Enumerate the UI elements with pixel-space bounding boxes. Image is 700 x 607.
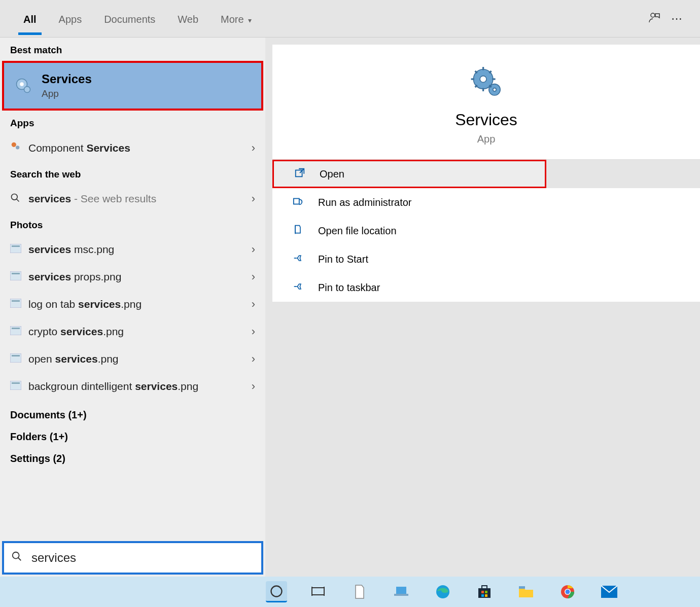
search-box[interactable] <box>2 541 263 575</box>
svg-rect-16 <box>10 353 21 363</box>
detail-subtitle: App <box>272 133 700 145</box>
chevron-right-icon: › <box>252 243 255 256</box>
taskbar-app-edge-icon[interactable] <box>432 581 453 602</box>
svg-rect-47 <box>481 591 484 593</box>
taskbar-app-document-icon[interactable] <box>349 581 370 602</box>
svg-rect-46 <box>482 586 487 589</box>
detail-panel: Services App Open Run as administrator <box>265 38 700 577</box>
result-photo-4[interactable]: open services.png › <box>0 345 265 373</box>
gear-icon <box>12 75 34 97</box>
action-pin-to-start[interactable]: Pin to Start <box>272 245 700 273</box>
svg-point-25 <box>493 88 496 91</box>
svg-rect-12 <box>10 299 21 308</box>
chevron-right-icon: › <box>252 298 255 311</box>
svg-rect-15 <box>12 328 20 329</box>
tab-documents[interactable]: Documents <box>93 3 166 34</box>
taskbar-app-chrome-icon[interactable] <box>557 581 578 602</box>
svg-rect-42 <box>396 587 406 594</box>
svg-rect-49 <box>481 594 484 597</box>
chevron-right-icon: › <box>252 325 255 338</box>
action-pin-to-taskbar[interactable]: Pin to taskbar <box>272 273 700 302</box>
image-file-icon <box>10 271 28 283</box>
image-file-icon <box>10 353 28 365</box>
taskbar-app-laptop-icon[interactable] <box>391 581 412 602</box>
search-input[interactable] <box>31 551 254 565</box>
chevron-right-icon: › <box>252 352 255 366</box>
search-icon <box>11 551 22 565</box>
image-file-icon <box>10 326 28 338</box>
svg-rect-14 <box>10 326 21 335</box>
taskbar-app-explorer-icon[interactable] <box>515 581 537 602</box>
result-photo-3[interactable]: crypto services.png › <box>0 318 265 345</box>
feedback-icon[interactable] <box>643 11 666 26</box>
svg-line-7 <box>17 199 19 201</box>
image-file-icon <box>10 381 28 392</box>
action-open-file-location[interactable]: Open file location <box>272 217 700 245</box>
section-folders[interactable]: Folders (1+) <box>10 426 255 448</box>
svg-rect-18 <box>10 381 21 390</box>
chevron-right-icon: › <box>252 380 255 393</box>
chevron-right-icon: › <box>252 192 255 205</box>
chevron-right-icon: › <box>252 270 255 283</box>
svg-rect-9 <box>12 245 20 247</box>
svg-point-38 <box>271 586 282 596</box>
chevron-right-icon: › <box>252 141 255 155</box>
section-best-match: Best match <box>0 38 265 61</box>
result-photo-5[interactable]: backgroun dintelligent services.png › <box>0 373 265 400</box>
taskbar-app-store-icon[interactable] <box>474 581 495 602</box>
section-documents[interactable]: Documents (1+) <box>10 404 255 426</box>
result-photo-0[interactable]: services msc.png › <box>0 236 265 263</box>
section-photos: Photos <box>0 212 265 236</box>
best-match-result[interactable]: Services App <box>2 61 263 111</box>
image-file-icon <box>10 299 28 310</box>
svg-point-0 <box>651 13 655 17</box>
svg-rect-51 <box>519 586 525 589</box>
section-search-web: Search the web <box>0 162 265 185</box>
action-open[interactable]: Open <box>272 160 546 188</box>
svg-point-5 <box>16 146 19 149</box>
result-photo-2[interactable]: log on tab services.png › <box>0 291 265 318</box>
svg-rect-50 <box>485 594 487 597</box>
svg-point-3 <box>24 87 30 93</box>
svg-point-54 <box>566 590 570 594</box>
result-photo-1[interactable]: services props.png › <box>0 263 265 291</box>
svg-rect-13 <box>12 300 20 302</box>
results-panel: Best match Services App Apps Component S… <box>0 38 265 577</box>
svg-rect-39 <box>312 588 324 595</box>
tab-web[interactable]: Web <box>166 3 209 34</box>
svg-point-6 <box>12 194 18 200</box>
gear-icon <box>272 63 700 105</box>
tab-apps[interactable]: Apps <box>48 3 93 34</box>
detail-card: Services App <box>272 45 700 159</box>
action-run-as-admin[interactable]: Run as administrator <box>272 188 700 217</box>
svg-rect-17 <box>12 355 20 356</box>
pin-icon <box>293 253 318 266</box>
result-web-services[interactable]: services - See web results › <box>0 185 265 212</box>
section-settings[interactable]: Settings (2) <box>10 448 255 470</box>
taskbar-cortana-icon[interactable] <box>266 581 287 602</box>
result-app-component-services[interactable]: Component Services › <box>0 134 265 162</box>
search-icon <box>10 193 28 205</box>
taskbar-taskview-icon[interactable] <box>307 581 329 602</box>
open-icon <box>294 167 320 181</box>
svg-rect-8 <box>10 244 21 253</box>
detail-title: Services <box>272 111 700 129</box>
more-options-icon[interactable]: ⋯ <box>666 12 688 25</box>
svg-line-21 <box>18 558 21 561</box>
shield-icon <box>293 196 318 209</box>
image-file-icon <box>10 244 28 256</box>
taskbar-app-mail-icon[interactable] <box>599 581 620 602</box>
svg-point-2 <box>20 82 24 86</box>
tab-more[interactable]: More▾ <box>209 3 263 34</box>
tab-all[interactable]: All <box>12 3 48 34</box>
svg-rect-11 <box>12 273 20 274</box>
chevron-down-icon: ▾ <box>248 16 252 24</box>
best-match-subtitle: App <box>42 88 92 99</box>
pin-icon <box>293 281 318 294</box>
section-apps: Apps <box>0 111 265 134</box>
best-match-title: Services <box>42 72 92 86</box>
folder-icon <box>293 224 318 238</box>
svg-rect-48 <box>485 591 487 593</box>
taskbar <box>0 577 700 607</box>
filter-tabbar: All Apps Documents Web More▾ ⋯ <box>0 0 700 38</box>
